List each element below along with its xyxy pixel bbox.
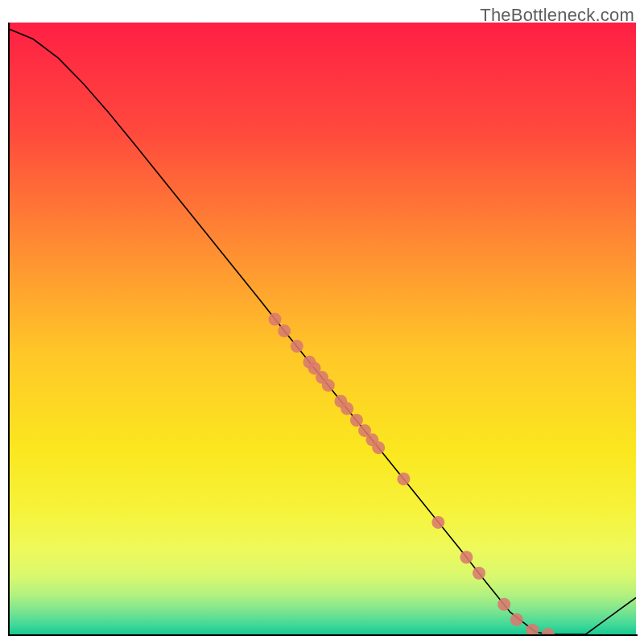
chart-container: TheBottleneck.com (0, 0, 644, 644)
curve-layer (8, 23, 636, 634)
data-point (397, 473, 410, 485)
data-point (341, 402, 353, 415)
data-point (278, 324, 291, 337)
data-point (431, 516, 444, 529)
data-point (291, 340, 303, 353)
data-point (542, 628, 555, 634)
y-axis (8, 23, 10, 636)
data-point (510, 613, 523, 626)
data-point (269, 313, 282, 326)
data-point (497, 598, 510, 611)
data-point (473, 567, 485, 580)
data-point (460, 551, 473, 564)
data-point (350, 414, 363, 427)
x-axis (8, 634, 638, 636)
data-point (372, 441, 385, 454)
bottleneck-curve (8, 29, 636, 634)
sample-points (269, 313, 555, 634)
data-point (322, 379, 335, 392)
plot-area (8, 23, 636, 634)
